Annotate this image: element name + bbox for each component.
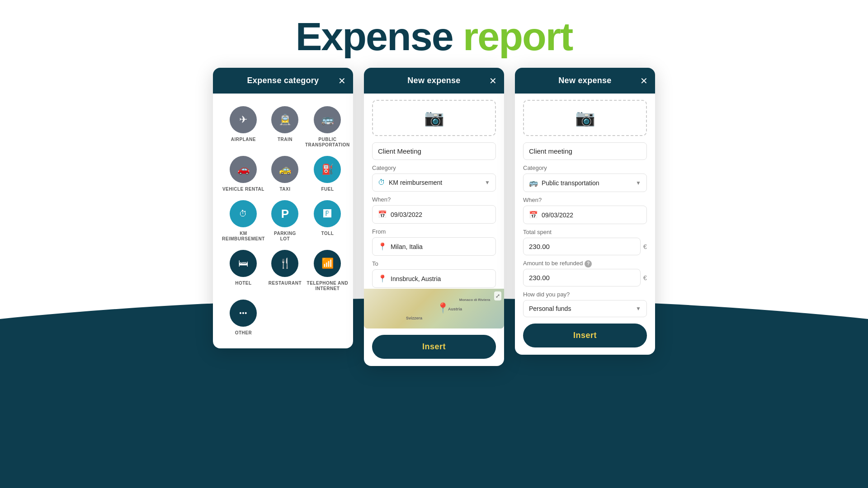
expense3-body: 📷 Category 🚌 Public transportation ▼ Whe… xyxy=(515,94,655,317)
train-icon: 🚊 xyxy=(271,106,298,133)
expense3-category-group: Category 🚌 Public transportation ▼ xyxy=(523,164,647,192)
map-pin-icon: 📍 xyxy=(437,302,449,314)
parking-icon: P xyxy=(271,200,298,227)
expense2-when-group: When? 📅 09/03/2022 xyxy=(372,196,496,224)
expense3-category-label: Category xyxy=(523,164,647,171)
taxi-icon: 🚕 xyxy=(271,156,298,183)
expense2-close-button[interactable]: ✕ xyxy=(489,76,497,85)
expense3-close-button[interactable]: ✕ xyxy=(640,76,648,85)
category-item-airplane[interactable]: ✈ AIRPLANE xyxy=(222,106,265,148)
expense2-insert-button[interactable]: Insert xyxy=(372,335,496,359)
expense2-category-label: Category xyxy=(372,164,496,171)
map-expand-icon[interactable]: ⤢ xyxy=(494,291,501,300)
expense2-category-arrow: ▼ xyxy=(485,179,490,186)
expense3-category-select[interactable]: 🚌 Public transportation ▼ xyxy=(523,174,647,192)
expense3-total-row: € xyxy=(523,238,647,255)
restaurant-label: RESTAURANT xyxy=(269,281,302,286)
title-report: report xyxy=(463,14,572,59)
category-item-train[interactable]: 🚊 TRAIN xyxy=(269,106,302,148)
category-item-toll[interactable]: 🅿 TOLL xyxy=(305,200,350,242)
expense3-total-group: Total spent € xyxy=(523,229,647,255)
km-label: KM REIMBURSEMENT xyxy=(222,231,265,242)
expense3-refund-group: Amount to be refunded ? € xyxy=(523,260,647,286)
expense2-to-label: To xyxy=(372,260,496,267)
expense3-photo-area[interactable]: 📷 xyxy=(523,100,647,136)
expense2-map: Svizzera Austria Monaco di Riviera 📍 ⤢ xyxy=(364,289,504,328)
expense2-to-value: Innsbruck, Austria xyxy=(391,275,441,282)
expense3-currency-2: € xyxy=(643,274,647,282)
vehicle-rental-icon: 🚗 xyxy=(230,156,257,183)
expense3-category-select-left: 🚌 Public transportation xyxy=(529,178,599,187)
new-expense-card-3: New expense ✕ 📷 Category 🚌 Public transp… xyxy=(515,68,655,355)
bus-select-icon: 🚌 xyxy=(529,178,538,187)
category-item-restaurant[interactable]: 🍴 RESTAURANT xyxy=(269,250,302,291)
expense2-date-field[interactable]: 📅 09/03/2022 xyxy=(372,205,496,224)
expense3-refund-row: € xyxy=(523,269,647,286)
expense3-payment-value: Personal funds xyxy=(529,305,571,312)
expense2-category-group: Category ⏱ KM reimbursement ▼ xyxy=(372,164,496,192)
category-item-taxi[interactable]: 🚕 TAXI xyxy=(269,156,302,192)
expense3-payment-group: How did you pay? Personal funds ▼ xyxy=(523,291,647,317)
fuel-icon: ⛽ xyxy=(314,156,341,183)
expense3-date-value: 09/03/2022 xyxy=(542,211,573,219)
new-expense-card-2: New expense ✕ 📷 Category ⏱ KM reimbursem… xyxy=(364,68,504,366)
expense3-total-input[interactable] xyxy=(523,238,641,255)
category-grid: ✈ AIRPLANE 🚊 TRAIN 🚌 PUBLIC TRANSPORTATI… xyxy=(213,94,353,348)
taxi-label: TAXI xyxy=(279,187,290,192)
expense2-card-header: New expense ✕ xyxy=(364,68,504,94)
location-to-icon: 📍 xyxy=(378,274,387,283)
category-item-other[interactable]: ••• OTHER xyxy=(222,300,265,336)
category-item-vehicle-rental[interactable]: 🚗 VEHICLE RENTAL xyxy=(222,156,265,192)
category-item-telephone[interactable]: 📶 TELEPHONE AND INTERNET xyxy=(305,250,350,291)
app-title: Expense report xyxy=(296,14,573,60)
expense3-title-input[interactable] xyxy=(523,142,647,160)
category-item-km[interactable]: ⏱ KM REIMBURSEMENT xyxy=(222,200,265,242)
expense3-currency-1: € xyxy=(643,243,647,250)
expense3-insert-button[interactable]: Insert xyxy=(523,324,647,347)
expense2-to-field[interactable]: 📍 Innsbruck, Austria xyxy=(372,269,496,288)
category-item-parking[interactable]: P PARKING LOT xyxy=(269,200,302,242)
category-item-fuel[interactable]: ⛽ FUEL xyxy=(305,156,350,192)
expense3-payment-select[interactable]: Personal funds ▼ xyxy=(523,300,647,317)
expense3-refund-input[interactable] xyxy=(523,269,641,286)
expense3-category-arrow: ▼ xyxy=(636,180,641,186)
camera-icon-3: 📷 xyxy=(575,108,595,127)
hotel-label: HOTEL xyxy=(235,281,251,286)
expense2-card-title: New expense xyxy=(407,76,460,85)
calendar-icon-2: 📅 xyxy=(378,210,387,219)
expense-category-card: Expense category ✕ ✈ AIRPLANE 🚊 TRAIN 🚌 … xyxy=(213,68,353,348)
expense2-from-field[interactable]: 📍 Milan, Italia xyxy=(372,237,496,256)
expense3-date-field[interactable]: 📅 09/03/2022 xyxy=(523,206,647,224)
category-close-button[interactable]: ✕ xyxy=(338,76,346,85)
other-label: OTHER xyxy=(235,330,252,336)
expense2-photo-area[interactable]: 📷 xyxy=(372,100,496,136)
map-visual: Svizzera Austria Monaco di Riviera 📍 ⤢ xyxy=(364,289,504,328)
airplane-icon: ✈ xyxy=(230,106,257,133)
help-icon[interactable]: ? xyxy=(585,260,592,267)
expense2-category-value: KM reimbursement xyxy=(389,179,442,186)
category-item-public-transport[interactable]: 🚌 PUBLIC TRANSPORTATION xyxy=(305,106,350,148)
cards-container: Expense category ✕ ✈ AIRPLANE 🚊 TRAIN 🚌 … xyxy=(213,68,655,366)
category-item-hotel[interactable]: 🛏 HOTEL xyxy=(222,250,265,291)
airplane-label: AIRPLANE xyxy=(231,137,256,142)
expense2-from-label: From xyxy=(372,228,496,235)
expense2-from-group: From 📍 Milan, Italia xyxy=(372,228,496,256)
calendar-icon-3: 📅 xyxy=(529,211,538,219)
km-icon: ⏱ xyxy=(230,200,257,227)
title-expense: Expense xyxy=(296,14,453,59)
telephone-icon: 📶 xyxy=(314,250,341,277)
expense2-body: 📷 Category ⏱ KM reimbursement ▼ When? xyxy=(364,94,504,288)
expense2-from-value: Milan, Italia xyxy=(391,243,423,250)
expense2-title-input[interactable] xyxy=(372,142,496,160)
expense3-payment-label: How did you pay? xyxy=(523,291,647,298)
map-label-austria: Austria xyxy=(448,307,462,311)
expense2-date-value: 09/03/2022 xyxy=(391,211,422,218)
expense3-category-value: Public transportation xyxy=(542,179,599,187)
expense3-refund-label: Amount to be refunded xyxy=(523,260,583,267)
camera-icon-2: 📷 xyxy=(424,108,444,127)
expense2-category-select[interactable]: ⏱ KM reimbursement ▼ xyxy=(372,174,496,192)
restaurant-icon: 🍴 xyxy=(271,250,298,277)
expense3-when-group: When? 📅 09/03/2022 xyxy=(523,197,647,224)
hotel-icon: 🛏 xyxy=(230,250,257,277)
expense2-category-select-left: ⏱ KM reimbursement xyxy=(378,178,442,187)
